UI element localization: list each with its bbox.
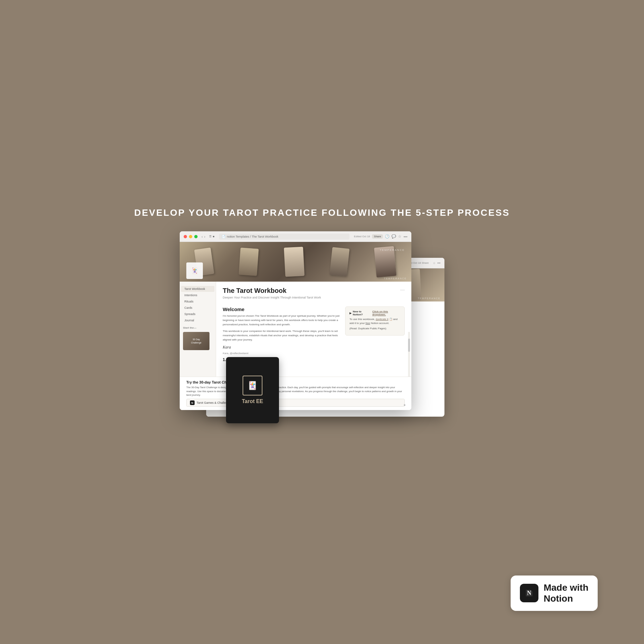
notion-page-title: The Tarot Workbook — [223, 287, 321, 295]
challenge-section: Try the 30-day Tarot Challenge The 30-Da… — [180, 377, 411, 410]
tarot-card-4 — [330, 247, 349, 277]
nav-tarot-workbook[interactable]: Tarot Workbook — [181, 286, 214, 292]
workbook-logo: 🃏 — [186, 262, 203, 279]
tarot-ee-element: 🃏 Tarot EE — [226, 357, 279, 423]
info-link-dropdown[interactable]: Click on this dropdown. — [372, 310, 400, 316]
front-hero: TEMPERANCE 🃏 — [180, 242, 411, 282]
start-section-label: Start the— — [180, 324, 216, 331]
nav-back-icon[interactable]: ‹ — [202, 235, 203, 239]
author-handle: Kara, @reflectivetarot — [223, 352, 405, 355]
edited-label: Edited Oct 18 — [354, 235, 370, 238]
front-breadcrumb-area: ☰ ■ — [209, 235, 214, 238]
tarot-card-2 — [239, 248, 259, 276]
welcome-text-1: I'm honored you've chosen The Tarot Work… — [223, 314, 348, 327]
more-icon: ••• — [403, 235, 407, 239]
challenge-heading: Try the 30-day Tarot Challenge — [186, 380, 405, 384]
info-box-read: (Read: Duplicate Public Pages) — [349, 327, 400, 331]
info-box-title: ▶ New to Notion? Click on this dropdown. — [349, 310, 400, 316]
browser-front: ‹ › ☰ ■ 📄 notion Templates / The Tarot W… — [180, 231, 411, 410]
signature: Kara — [223, 345, 405, 350]
notion-badge-icon: N — [520, 584, 538, 602]
back-temperance-label: TEMPERANCE — [418, 297, 440, 299]
nav-rituals[interactable]: Rituals — [181, 299, 214, 304]
front-url-text: notion Templates / The Tarot Workbook — [227, 235, 278, 238]
tarot-ee-logo: 🃏 — [243, 376, 262, 395]
tarot-card-5 — [374, 246, 396, 278]
front-browser-bar: ‹ › ☰ ■ 📄 notion Templates / The Tarot W… — [180, 231, 411, 242]
comment-icon: 💬 — [391, 234, 396, 239]
front-url-bar: 📄 notion Templates / The Tarot Workbook — [219, 234, 349, 240]
back-dots-icon: ••• — [437, 261, 440, 265]
notion-games-icon: N — [190, 400, 195, 405]
notion-badge: N Made with Notion — [511, 575, 598, 611]
challenge-thumb[interactable]: 30 DayChallenge — [183, 332, 209, 350]
badge-line1: Made with — [544, 582, 588, 593]
clock-icon: 🕐 — [385, 234, 390, 239]
front-nav-icons: ‹ › — [202, 235, 205, 239]
scroll-thumb[interactable] — [408, 339, 410, 352]
nav-forward-icon[interactable]: › — [204, 235, 206, 239]
front-dot-green — [194, 235, 198, 238]
star-icon: ☆ — [398, 234, 401, 239]
hamburger-icon: ☰ — [209, 235, 211, 238]
svg-text:N: N — [527, 590, 531, 596]
collapse-icon[interactable]: — — [400, 287, 405, 292]
nav-intentions[interactable]: Intentions — [181, 292, 214, 298]
welcome-text-2: This workbook is your companion for inte… — [223, 329, 348, 342]
browser-stack: ☰ ■ notion Templates / The Tarot Workboo… — [180, 231, 464, 437]
challenge-thumb-label: 30 DayChallenge — [191, 338, 202, 345]
duplicate-link[interactable]: duplicate it — [376, 318, 388, 321]
front-right-icons: Edited Oct 18 Share 🕐 💬 ☆ ••• — [354, 234, 407, 239]
notion-logo-front: ■ — [213, 235, 214, 238]
tarot-ee-title: Tarot EE — [242, 398, 263, 405]
info-box: ▶ New to Notion? Click on this dropdown.… — [345, 306, 405, 336]
bottom-notion-icon: ✦ — [403, 403, 406, 407]
challenge-link[interactable]: N Tarot Games & Challenges — [186, 399, 405, 407]
new-to-notion-text: New to Notion? — [353, 310, 371, 316]
info-box-use: To use this workbook, duplicate it 📋 and… — [349, 317, 400, 325]
front-dot-red — [184, 235, 187, 238]
back-star-icon: ☆ — [433, 261, 436, 265]
share-button[interactable]: Share — [372, 234, 383, 239]
notion-badge-text: Made with Notion — [544, 582, 588, 604]
triangle-icon: ▶ — [349, 312, 351, 315]
badge-line2: Notion — [544, 593, 588, 604]
temperance-label: TEMPERANCE — [384, 277, 407, 280]
front-dot-yellow — [189, 235, 192, 238]
nav-spreads[interactable]: Spreads — [181, 311, 214, 317]
nav-journal[interactable]: Journal — [181, 317, 214, 323]
url-notion-icon: 📄 — [222, 235, 225, 238]
nav-cards[interactable]: Cards — [181, 305, 214, 311]
notion-page-subtitle: Deepen Your Practice and Discover Insigh… — [223, 296, 321, 299]
tarot-card-3 — [284, 247, 305, 277]
challenge-body: The 30-Day Tarot Challenge is designed t… — [186, 386, 405, 397]
page-title: DEVELOP YOUR TAROT PRACTICE FOLLOWING TH… — [134, 207, 510, 218]
free-text: free — [365, 322, 370, 325]
